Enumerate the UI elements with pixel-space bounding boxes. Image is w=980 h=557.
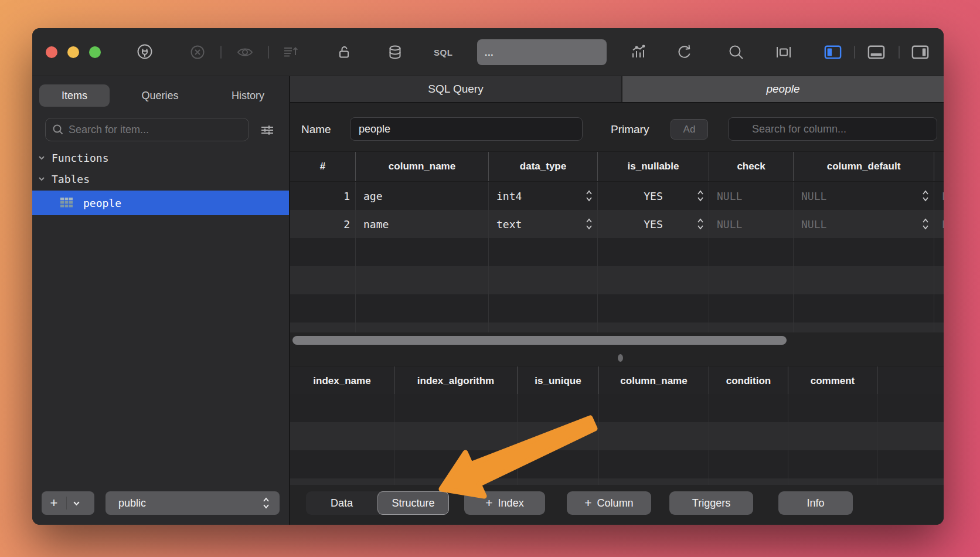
cell-index_algorithm[interactable] <box>394 422 518 450</box>
header-col-condition[interactable]: condition <box>709 366 788 396</box>
cell-num[interactable] <box>290 238 356 266</box>
updown-stepper-icon[interactable] <box>697 217 704 231</box>
table-empty-row[interactable] <box>290 238 944 266</box>
updown-stepper-icon[interactable] <box>586 217 593 231</box>
cell-check[interactable]: NULL <box>709 182 794 210</box>
cell-check[interactable]: NULL <box>709 210 794 238</box>
table-empty-row[interactable] <box>290 294 944 322</box>
header-col-data-type[interactable]: data_type <box>489 152 598 181</box>
cell-num[interactable]: 1 <box>290 182 356 210</box>
cell-index_algorithm[interactable] <box>394 478 518 485</box>
table-empty-row[interactable] <box>290 322 944 332</box>
cell-column_default[interactable] <box>794 266 934 294</box>
cell-blank[interactable] <box>877 478 944 485</box>
header-col-index-name[interactable]: index_name <box>290 366 394 396</box>
cell-data_type[interactable] <box>489 238 598 266</box>
table-empty-row[interactable] <box>290 450 944 478</box>
column-search-input[interactable] <box>728 117 937 141</box>
cell-condition[interactable] <box>709 450 788 478</box>
updown-stepper-icon[interactable] <box>922 217 929 231</box>
cell-is_unique[interactable] <box>518 450 599 478</box>
table-row[interactable]: 2nametextYESNULLNULLEN <box>290 210 944 238</box>
tree-group-tables[interactable]: Tables <box>32 169 289 189</box>
tab-people[interactable]: people <box>622 76 944 102</box>
toggle-left-panel-icon[interactable] <box>824 43 842 61</box>
cell-condition[interactable] <box>709 422 788 450</box>
triggers-button[interactable]: Triggers <box>669 491 753 515</box>
cell-column_default[interactable] <box>794 294 934 322</box>
minimize-button[interactable] <box>67 46 79 58</box>
cell-check[interactable] <box>709 238 794 266</box>
cell-column_default[interactable]: NULL <box>794 210 934 238</box>
cell-data_type[interactable]: int4 <box>489 182 598 210</box>
updown-stepper-icon[interactable] <box>697 189 704 203</box>
header-col-index-algorithm[interactable]: index_algorithm <box>394 366 518 396</box>
table-empty-row[interactable] <box>290 422 944 450</box>
cell-column_name[interactable] <box>599 478 709 485</box>
plus-icon[interactable]: + <box>42 495 66 511</box>
lock-icon[interactable] <box>335 43 353 61</box>
schema-select[interactable]: public <box>106 491 280 515</box>
cell-index_name[interactable] <box>290 478 394 485</box>
refresh-icon[interactable] <box>676 43 693 61</box>
item-search-input[interactable] <box>69 124 233 136</box>
cell-overflow[interactable] <box>934 266 944 294</box>
cell-data_type[interactable] <box>489 322 598 332</box>
cell-column_default[interactable] <box>794 322 934 332</box>
table-empty-row[interactable] <box>290 266 944 294</box>
cell-check[interactable] <box>709 266 794 294</box>
cell-index_name[interactable] <box>290 450 394 478</box>
cell-condition[interactable] <box>709 478 788 485</box>
cell-is_unique[interactable] <box>518 422 599 450</box>
cell-is_nullable[interactable] <box>598 294 709 322</box>
chevron-down-icon[interactable] <box>38 154 46 162</box>
cell-data_type[interactable] <box>489 294 598 322</box>
cell-overflow[interactable]: EN <box>934 182 944 210</box>
add-column-button[interactable]: + Column <box>567 491 651 515</box>
cell-comment[interactable] <box>788 394 877 422</box>
cell-column_name[interactable] <box>599 450 709 478</box>
updown-stepper-icon[interactable] <box>922 189 929 203</box>
tree-group-functions[interactable]: Functions <box>32 148 289 168</box>
sidebar-tab-items[interactable]: Items <box>39 84 110 107</box>
cell-condition[interactable] <box>709 394 788 422</box>
cell-column_name[interactable] <box>356 294 489 322</box>
cell-blank[interactable] <box>877 422 944 450</box>
sort-list-icon[interactable] <box>282 43 300 61</box>
cell-is_nullable[interactable]: YES <box>598 210 709 238</box>
info-button[interactable]: Info <box>778 491 853 515</box>
header-col-column-name[interactable]: column_name <box>356 152 489 181</box>
item-search-box[interactable] <box>45 118 249 141</box>
eye-icon[interactable] <box>236 43 254 61</box>
cell-is_unique[interactable] <box>518 478 599 485</box>
cell-is_nullable[interactable] <box>598 238 709 266</box>
cell-is_nullable[interactable]: YES <box>598 182 709 210</box>
cell-column_name[interactable] <box>599 394 709 422</box>
cell-num[interactable]: 2 <box>290 210 356 238</box>
chevron-down-icon[interactable] <box>38 175 46 183</box>
cell-index_algorithm[interactable] <box>394 450 518 478</box>
horizontal-scrollbar-thumb[interactable] <box>292 336 787 345</box>
cell-column_name[interactable]: age <box>356 182 489 210</box>
cell-index_name[interactable] <box>290 422 394 450</box>
filter-sliders-icon[interactable] <box>260 123 275 138</box>
disconnect-icon[interactable] <box>189 43 206 61</box>
tree-item-people-table[interactable]: people <box>32 191 289 215</box>
tab-sql-query[interactable]: SQL Query <box>290 76 622 102</box>
search-icon[interactable] <box>727 43 745 61</box>
cell-overflow[interactable]: EN <box>934 210 944 238</box>
structure-view-button[interactable]: Structure <box>377 491 449 515</box>
header-col-is-unique[interactable]: is_unique <box>518 366 599 396</box>
cell-column_name[interactable] <box>356 266 489 294</box>
header-col-is-nullable[interactable]: is_nullable <box>598 152 709 181</box>
add-index-button[interactable]: + Index <box>464 491 545 515</box>
connection-plug-icon[interactable] <box>136 43 154 61</box>
toggle-bottom-panel-icon[interactable] <box>867 43 885 61</box>
database-icon[interactable] <box>386 43 404 61</box>
toggle-right-panel-icon[interactable] <box>911 43 929 61</box>
cell-overflow[interactable] <box>934 322 944 332</box>
cell-blank[interactable] <box>877 394 944 422</box>
cell-column_default[interactable]: NULL <box>794 182 934 210</box>
cell-comment[interactable] <box>788 450 877 478</box>
table-name-input[interactable] <box>350 117 583 141</box>
